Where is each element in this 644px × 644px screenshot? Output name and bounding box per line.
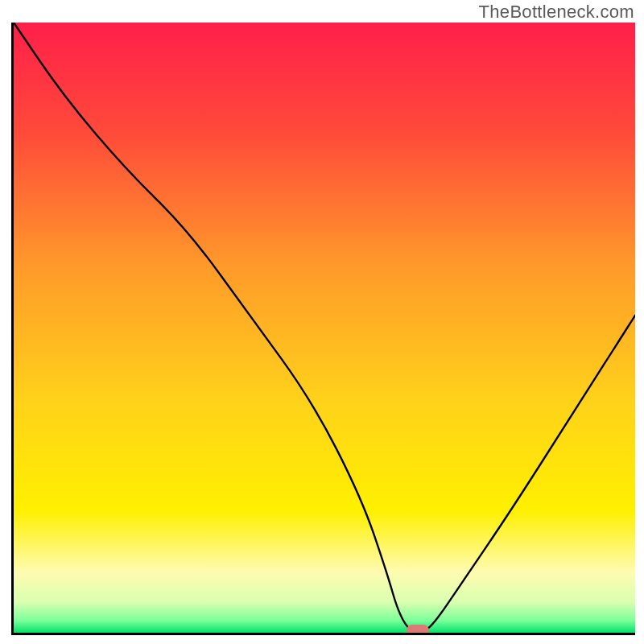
watermark-label: TheBottleneck.com [479,2,634,23]
plot-area [11,23,635,635]
bottleneck-curve [14,23,635,633]
optimal-point-marker [407,625,429,635]
bottleneck-chart: TheBottleneck.com [0,0,644,644]
